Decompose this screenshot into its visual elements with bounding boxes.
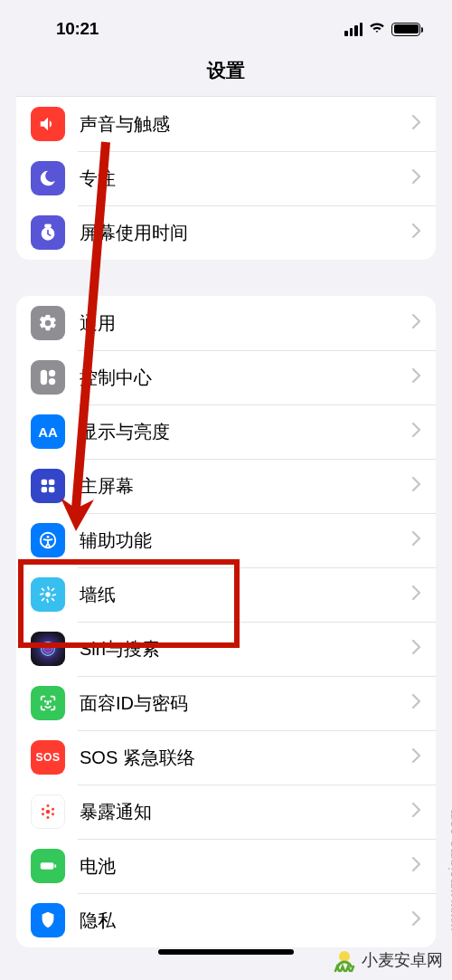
chevron-right-icon [412, 803, 421, 821]
row-label: Siri与搜索 [80, 637, 412, 661]
privacy-icon [31, 903, 65, 937]
chevron-right-icon [412, 748, 421, 766]
row-sos[interactable]: SOS SOS 紧急联络 [16, 730, 436, 785]
svg-point-2 [49, 370, 55, 376]
home-indicator[interactable] [158, 949, 294, 955]
wallpaper-icon [31, 577, 65, 612]
chevron-right-icon [412, 694, 421, 712]
svg-point-18 [42, 813, 44, 815]
svg-point-12 [43, 644, 52, 652]
row-screentime[interactable]: 屏幕使用时间 [16, 205, 436, 260]
exposure-icon [31, 794, 65, 829]
control-center-icon [31, 360, 65, 395]
svg-point-21 [47, 816, 50, 819]
row-exposure[interactable]: 暴露通知 [16, 785, 436, 839]
row-label: 主屏幕 [80, 474, 412, 499]
row-label: 专注 [80, 167, 412, 191]
row-display[interactable]: AA 显示与亮度 [16, 404, 436, 459]
svg-point-15 [46, 810, 51, 814]
chevron-right-icon [412, 423, 421, 441]
chevron-right-icon [412, 115, 421, 133]
row-wallpaper[interactable]: 墙纸 [16, 567, 436, 622]
wifi-icon [368, 21, 386, 37]
status-time: 10:21 [56, 19, 99, 39]
svg-point-20 [47, 804, 50, 807]
chevron-right-icon [412, 477, 421, 495]
watermark-domain: www.xmsigma.com [447, 808, 452, 930]
row-faceid[interactable]: 面容ID与密码 [16, 676, 436, 730]
row-label: 墙纸 [80, 583, 412, 607]
focus-icon [31, 161, 65, 195]
row-label: 辅助功能 [80, 528, 412, 553]
chevron-right-icon [412, 368, 421, 386]
svg-point-13 [45, 701, 46, 702]
svg-rect-22 [41, 862, 54, 869]
chevron-right-icon [412, 224, 421, 242]
svg-rect-1 [41, 370, 47, 385]
svg-rect-6 [42, 487, 47, 492]
row-label: SOS 紧急联络 [80, 746, 412, 770]
svg-point-10 [45, 592, 51, 597]
svg-point-24 [339, 951, 350, 962]
settings-group-2: 通用 控制中心 AA 显示与亮度 主屏幕 [16, 296, 436, 947]
chevron-right-icon [412, 585, 421, 604]
chevron-right-icon [412, 314, 421, 332]
svg-point-17 [52, 808, 54, 811]
row-battery[interactable]: 电池 [16, 839, 436, 893]
row-control-center[interactable]: 控制中心 [16, 350, 436, 404]
row-homescreen[interactable]: 主屏幕 [16, 459, 436, 513]
homescreen-icon [31, 469, 65, 503]
svg-rect-5 [49, 480, 54, 485]
row-label: 屏幕使用时间 [80, 221, 412, 245]
settings-group-1: 声音与触感 专注 屏幕使用时间 [16, 96, 436, 260]
svg-point-19 [52, 813, 54, 815]
row-label: 面容ID与密码 [80, 691, 412, 716]
row-label: 通用 [80, 311, 412, 336]
row-accessibility[interactable]: 辅助功能 [16, 513, 436, 567]
display-icon: AA [31, 414, 65, 449]
svg-point-9 [47, 536, 50, 538]
settings-list: 声音与触感 专注 屏幕使用时间 通用 [0, 96, 452, 947]
sos-icon: SOS [31, 740, 65, 775]
svg-rect-7 [49, 487, 54, 492]
watermark-logo-icon [332, 947, 357, 973]
row-label: 显示与亮度 [80, 420, 412, 444]
row-sound[interactable]: 声音与触感 [16, 96, 436, 151]
siri-icon [31, 632, 65, 666]
svg-rect-4 [42, 480, 47, 485]
row-focus[interactable]: 专注 [16, 151, 436, 205]
chevron-right-icon [412, 640, 421, 658]
status-bar: 10:21 [0, 0, 452, 51]
accessibility-icon [31, 523, 65, 557]
row-label: 声音与触感 [80, 112, 412, 137]
battery-icon [31, 849, 65, 883]
faceid-icon [31, 686, 65, 720]
row-siri[interactable]: Siri与搜索 [16, 622, 436, 676]
svg-point-3 [49, 378, 55, 385]
page-header: 设置 [0, 51, 452, 96]
svg-point-14 [50, 701, 51, 702]
row-label: 隐私 [80, 909, 412, 933]
chevron-right-icon [412, 857, 421, 875]
row-privacy[interactable]: 隐私 [16, 893, 436, 947]
chevron-right-icon [412, 169, 421, 187]
sound-icon [31, 107, 65, 141]
status-icons [344, 21, 420, 37]
cellular-icon [344, 23, 363, 36]
chevron-right-icon [412, 531, 421, 549]
row-label: 暴露通知 [80, 800, 412, 824]
battery-icon [391, 23, 420, 36]
watermark-brand: 小麦安卓网 [332, 947, 443, 973]
row-label: 电池 [80, 854, 412, 879]
general-icon [31, 306, 65, 340]
row-label: 控制中心 [80, 366, 412, 390]
page-title: 设置 [0, 58, 452, 83]
row-general[interactable]: 通用 [16, 296, 436, 350]
svg-point-11 [42, 642, 55, 656]
chevron-right-icon [412, 911, 421, 929]
svg-point-16 [42, 808, 44, 811]
svg-rect-23 [54, 864, 56, 868]
screentime-icon [31, 215, 65, 250]
